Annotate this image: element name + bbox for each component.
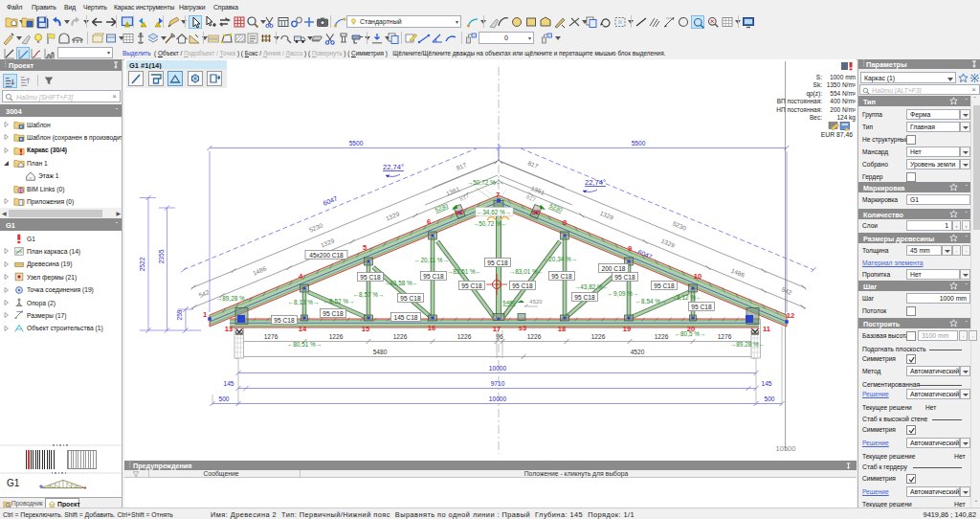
svg-text:←8,54 %→: ←8,54 %→ bbox=[635, 298, 667, 305]
svg-text:22,74°: 22,74° bbox=[383, 163, 404, 171]
svg-text:200 C18: 200 C18 bbox=[602, 265, 626, 272]
svg-text:554 N/m²: 554 N/m² bbox=[830, 90, 857, 97]
svg-text:1226: 1226 bbox=[591, 333, 606, 340]
svg-text:1329: 1329 bbox=[660, 237, 677, 249]
svg-text:10000: 10000 bbox=[489, 365, 507, 372]
svg-text:95 C18: 95 C18 bbox=[323, 310, 344, 317]
svg-text:1486: 1486 bbox=[252, 265, 268, 277]
svg-text:1226: 1226 bbox=[527, 333, 542, 340]
svg-text:18: 18 bbox=[558, 325, 566, 333]
svg-text:→43,58 %←: →43,58 %← bbox=[384, 280, 418, 286]
svg-text:95 C18: 95 C18 bbox=[574, 294, 595, 301]
svg-text:817: 817 bbox=[458, 192, 470, 202]
svg-text:1000 mm: 1000 mm bbox=[830, 74, 856, 80]
svg-text:1276: 1276 bbox=[718, 333, 732, 340]
svg-text:Вес:: Вес: bbox=[810, 114, 822, 121]
svg-text:14: 14 bbox=[299, 325, 307, 333]
svg-text:→50,72 %←: →50,72 %← bbox=[473, 220, 507, 227]
svg-text:8: 8 bbox=[563, 218, 567, 227]
svg-text:6047: 6047 bbox=[323, 194, 339, 206]
svg-text:→89,28 %←: →89,28 %← bbox=[216, 295, 251, 302]
svg-text:95 C18: 95 C18 bbox=[400, 295, 421, 302]
svg-text:1361: 1361 bbox=[530, 185, 546, 196]
svg-text:400 N/m²: 400 N/m² bbox=[830, 98, 857, 104]
svg-text:Sk:: Sk: bbox=[813, 81, 823, 88]
svg-text:←80,51 %→: ←80,51 %→ bbox=[287, 341, 322, 348]
svg-text:→50,72 %←: →50,72 %← bbox=[467, 179, 501, 186]
svg-text:500: 500 bbox=[218, 395, 229, 402]
svg-text:95 C18: 95 C18 bbox=[274, 317, 295, 324]
svg-text:1226: 1226 bbox=[457, 333, 472, 340]
svg-text:145: 145 bbox=[223, 380, 234, 387]
svg-text:12: 12 bbox=[787, 311, 794, 320]
svg-text:→43,82 %←: →43,82 %← bbox=[574, 283, 609, 290]
svg-text:5500: 5500 bbox=[632, 140, 646, 147]
svg-text:5480: 5480 bbox=[502, 300, 516, 305]
svg-text:6: 6 bbox=[427, 217, 431, 226]
svg-text:95 C18: 95 C18 bbox=[691, 304, 712, 310]
svg-text:2355: 2355 bbox=[158, 249, 165, 263]
svg-text:←20,11 %→: ←20,11 %→ bbox=[414, 257, 449, 263]
svg-text:95 C18: 95 C18 bbox=[512, 282, 533, 289]
svg-text:1486: 1486 bbox=[730, 267, 746, 279]
svg-text:4520: 4520 bbox=[529, 299, 543, 305]
svg-text:←34,62 %→: ←34,62 %→ bbox=[477, 209, 511, 215]
svg-text:1226: 1226 bbox=[655, 333, 669, 340]
svg-text:10500: 10500 bbox=[776, 444, 796, 453]
svg-text:→83,01 %←: →83,01 %← bbox=[509, 268, 544, 275]
svg-text:4520: 4520 bbox=[631, 349, 645, 355]
svg-text:5480: 5480 bbox=[373, 349, 388, 355]
svg-text:5230: 5230 bbox=[672, 220, 688, 232]
svg-text:95 C18: 95 C18 bbox=[654, 282, 675, 289]
svg-text:9: 9 bbox=[628, 244, 632, 253]
svg-text:←8,52 %→: ←8,52 %→ bbox=[323, 298, 355, 305]
svg-text:5230: 5230 bbox=[308, 222, 324, 234]
svg-text:1329: 1329 bbox=[385, 211, 401, 222]
svg-text:→89,28 %←: →89,28 %← bbox=[730, 341, 765, 348]
svg-text:→83,51 %←: →83,51 %← bbox=[447, 268, 481, 275]
svg-text:200 N/m²: 200 N/m² bbox=[830, 106, 857, 113]
svg-text:s2: s2 bbox=[532, 208, 540, 216]
svg-text:9710: 9710 bbox=[491, 380, 505, 387]
svg-text:19: 19 bbox=[623, 325, 631, 333]
svg-text:7: 7 bbox=[496, 191, 500, 199]
svg-text:←20,34 %→: ←20,34 %→ bbox=[543, 256, 577, 262]
svg-text:11: 11 bbox=[763, 325, 771, 333]
svg-text:EUR 87,46: EUR 87,46 bbox=[821, 131, 853, 138]
svg-text:95 C18: 95 C18 bbox=[614, 274, 635, 281]
svg-text:500: 500 bbox=[764, 395, 774, 402]
svg-text:45x200 C18: 45x200 C18 bbox=[309, 252, 344, 259]
svg-text:145 C18: 145 C18 bbox=[394, 314, 418, 321]
svg-text:259: 259 bbox=[176, 309, 183, 320]
svg-text:1329: 1329 bbox=[320, 237, 336, 249]
svg-text:s1: s1 bbox=[456, 208, 464, 216]
svg-text:124 kg: 124 kg bbox=[836, 114, 856, 122]
svg-text:95 C18: 95 C18 bbox=[461, 282, 482, 289]
svg-text:22,74°: 22,74° bbox=[585, 178, 606, 187]
svg-text:s3: s3 bbox=[519, 324, 526, 332]
svg-text:1226: 1226 bbox=[393, 333, 408, 340]
svg-text:qp(z):: qp(z): bbox=[806, 90, 822, 98]
svg-text:13: 13 bbox=[225, 325, 233, 333]
svg-text:5230: 5230 bbox=[434, 202, 449, 214]
svg-text:95 C18: 95 C18 bbox=[423, 273, 444, 280]
svg-text:817: 817 bbox=[527, 159, 540, 169]
svg-text:20: 20 bbox=[687, 325, 695, 333]
svg-text:1226: 1226 bbox=[329, 333, 344, 340]
svg-text:5230: 5230 bbox=[548, 202, 564, 214]
svg-text:15: 15 bbox=[362, 325, 370, 333]
svg-text:←8,13 %→: ←8,13 %→ bbox=[288, 299, 320, 305]
svg-text:95 C18: 95 C18 bbox=[551, 273, 572, 280]
svg-text:1350 N/m²: 1350 N/m² bbox=[827, 81, 857, 88]
svg-text:817: 817 bbox=[456, 161, 468, 171]
svg-text:542: 542 bbox=[198, 288, 211, 299]
svg-text:10: 10 bbox=[694, 272, 702, 281]
svg-text:1276: 1276 bbox=[264, 333, 278, 340]
svg-text:1: 1 bbox=[203, 310, 208, 319]
svg-text:145: 145 bbox=[761, 380, 771, 387]
svg-text:542: 542 bbox=[781, 285, 793, 296]
svg-text:НП постоянная:: НП постоянная: bbox=[776, 106, 822, 113]
svg-text:1329: 1329 bbox=[599, 210, 615, 221]
svg-text:17: 17 bbox=[493, 325, 501, 333]
svg-text:→8,12 %←: →8,12 %← bbox=[671, 294, 702, 301]
